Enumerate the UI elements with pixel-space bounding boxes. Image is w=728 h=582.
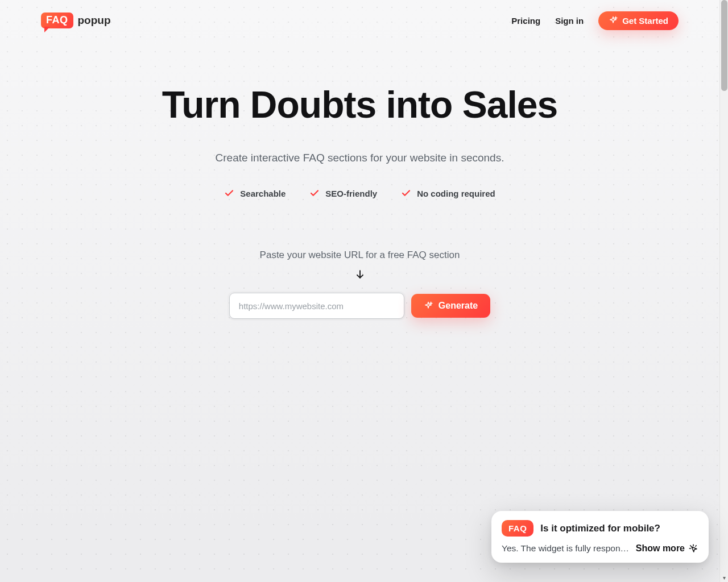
hero-features: Searchable SEO-friendly No coding requir… (224, 188, 495, 198)
feature-label: Searchable (240, 189, 286, 198)
show-more-link[interactable]: Show more (636, 543, 698, 554)
popup-answer: Yes. The widget is fully responsiv… (502, 543, 630, 554)
logo-badge: FAQ (41, 13, 73, 28)
cta-hint: Paste your website URL for a free FAQ se… (260, 250, 460, 261)
url-input-row: Generate (229, 293, 490, 319)
sparkle-icon (424, 301, 433, 310)
logo-suffix: popup (78, 14, 111, 27)
nav-pricing[interactable]: Pricing (511, 16, 540, 26)
generate-button[interactable]: Generate (411, 294, 490, 318)
feature-label: No coding required (417, 189, 495, 198)
scrollbar-track[interactable]: ▾ (719, 0, 728, 582)
faq-badge: FAQ (502, 520, 533, 537)
hero-subtitle: Create interactive FAQ sections for your… (216, 152, 504, 164)
website-url-input[interactable] (229, 293, 404, 319)
feature-nocode: No coding required (401, 188, 495, 198)
top-nav: FAQ popup Pricing Sign in Get Started (0, 5, 719, 36)
get-started-label: Get Started (622, 16, 668, 26)
check-icon (401, 188, 411, 198)
get-started-button[interactable]: Get Started (598, 11, 679, 30)
svg-line-3 (690, 546, 692, 547)
feature-searchable: Searchable (224, 188, 286, 198)
nav-right: Pricing Sign in Get Started (511, 11, 679, 30)
nav-signin[interactable]: Sign in (555, 16, 584, 26)
faq-popup-widget[interactable]: FAQ Is it optimized for mobile? Yes. The… (491, 511, 709, 563)
check-icon (224, 188, 234, 198)
logo[interactable]: FAQ popup (41, 13, 111, 28)
cursor-click-icon (688, 543, 698, 554)
popup-body: Yes. The widget is fully responsiv… Show… (502, 543, 698, 554)
arrow-down-icon (354, 269, 366, 280)
popup-question: Is it optimized for mobile? (540, 523, 660, 534)
generate-label: Generate (439, 301, 478, 311)
popup-header: FAQ Is it optimized for mobile? (502, 520, 698, 537)
show-more-label: Show more (636, 543, 685, 554)
hero-headline: Turn Doubts into Sales (162, 85, 557, 124)
feature-label: SEO-friendly (325, 189, 377, 198)
scrollbar-down-arrow[interactable]: ▾ (720, 573, 728, 582)
sparkle-icon (609, 16, 618, 25)
svg-line-4 (696, 546, 697, 547)
check-icon (309, 188, 320, 198)
cta-block: Paste your website URL for a free FAQ se… (229, 250, 490, 319)
hero: Turn Doubts into Sales Create interactiv… (0, 85, 719, 319)
scrollbar-thumb[interactable] (721, 0, 727, 91)
feature-seo: SEO-friendly (309, 188, 377, 198)
